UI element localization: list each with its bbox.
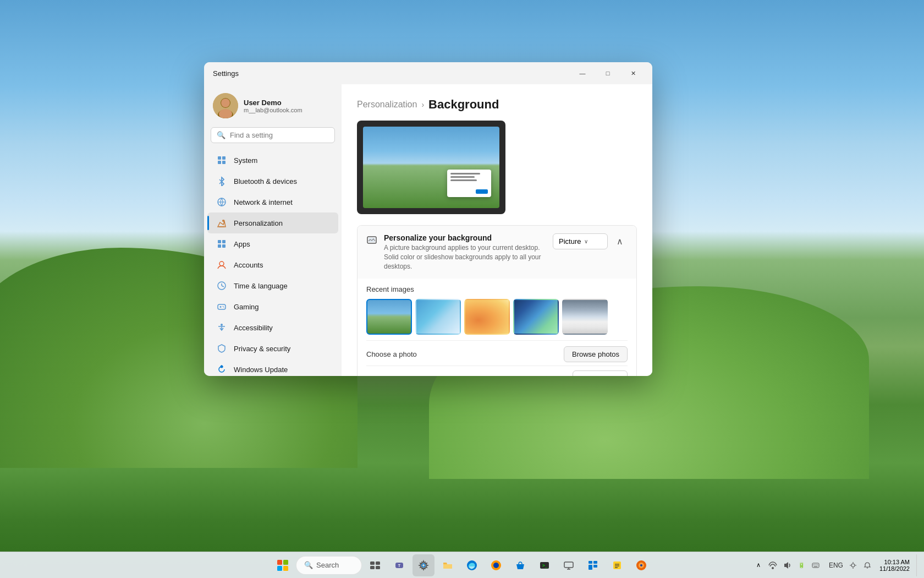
wallpaper-thumb-4[interactable] [513, 299, 559, 335]
section-header: Personalize your background A picture ba… [358, 226, 636, 279]
wallpaper-thumb-3[interactable] [464, 299, 510, 335]
desktop: Settings — □ ✕ [0, 0, 924, 578]
task-view-button[interactable] [364, 554, 386, 576]
language-indicator[interactable]: ENG [827, 561, 845, 569]
accounts-icon [216, 259, 227, 270]
wallpaper-thumb-5[interactable] [562, 299, 608, 335]
taskbar-right: ∧ 🔋 ENG [749, 554, 924, 576]
window-title: Settings [213, 69, 239, 78]
fit-label: Choose a fit for your desktop image [366, 374, 479, 376]
user-info: User Demo m__lab@outlook.com [244, 99, 333, 113]
minimize-button[interactable]: — [570, 64, 595, 82]
sidebar-item-network[interactable]: Network & internet [207, 192, 338, 212]
remote-button[interactable] [558, 554, 580, 576]
close-button[interactable]: ✕ [620, 64, 646, 82]
sidebar-search-box[interactable]: 🔍 [211, 127, 335, 143]
sidebar-search-input[interactable] [230, 131, 329, 139]
svg-rect-50 [588, 561, 592, 564]
sidebar-item-bluetooth[interactable]: Bluetooth & devices [207, 171, 338, 192]
breadcrumb-current: Background [428, 97, 499, 112]
brightness-icon[interactable] [846, 557, 860, 574]
fit-dropdown[interactable]: Fill ∨ [573, 370, 628, 376]
browse-photos-button[interactable]: Browse photos [564, 346, 628, 362]
section-icon [366, 235, 377, 246]
svg-rect-37 [370, 566, 375, 569]
breadcrumb-parent[interactable]: Personalization [357, 100, 417, 110]
sidebar-item-accounts[interactable]: Accounts [207, 254, 338, 275]
main-content: Personalization › Background [342, 84, 652, 376]
teams-button[interactable]: T [388, 554, 410, 576]
datetime[interactable]: 10:13 AM 11/18/2022 [875, 558, 914, 573]
svg-rect-15 [218, 244, 221, 248]
avatar [213, 93, 238, 118]
notes-button[interactable] [606, 554, 628, 576]
user-section[interactable]: User Demo m__lab@outlook.com [204, 89, 342, 127]
wallpaper-thumb-1[interactable] [366, 299, 412, 335]
search-icon: 🔍 [217, 131, 226, 139]
svg-rect-21 [218, 304, 226, 309]
sidebar-item-privacy[interactable]: Privacy & security [207, 338, 338, 359]
sidebar-label-accounts: Accounts [234, 261, 263, 269]
keyboard-tray-icon[interactable] [809, 557, 822, 574]
svg-point-3 [221, 99, 230, 107]
sidebar-item-system[interactable]: System [207, 150, 338, 171]
taskbar-search-icon: 🔍 [304, 561, 313, 569]
settings-taskbar-button[interactable] [413, 554, 435, 576]
privacy-icon [216, 343, 227, 354]
show-desktop-button[interactable] [916, 554, 920, 576]
store-button[interactable] [509, 554, 531, 576]
svg-point-26 [221, 324, 223, 326]
images-grid [366, 299, 628, 335]
terminal-button[interactable]: >_ [534, 554, 556, 576]
edge-button[interactable] [461, 554, 483, 576]
svg-point-11 [222, 220, 224, 222]
svg-rect-33 [277, 566, 282, 571]
svg-rect-32 [283, 560, 288, 565]
date-display: 11/18/2022 [879, 565, 910, 572]
notifications-icon[interactable] [861, 557, 874, 574]
maximize-button[interactable]: □ [595, 64, 620, 82]
sidebar-item-personalization[interactable]: Personalization [207, 212, 338, 233]
battery-tray-icon[interactable]: 🔋 [795, 557, 808, 574]
dropdown-chevron: ∨ [584, 238, 588, 244]
volume-tray-icon[interactable] [780, 557, 794, 574]
fit-value: Fill [579, 374, 588, 376]
widgets-button[interactable] [582, 554, 604, 576]
sidebar-item-update[interactable]: Windows Update [207, 359, 338, 376]
sidebar-item-gaming[interactable]: Gaming [207, 296, 338, 317]
sidebar-label-apps: Apps [234, 240, 250, 248]
sidebar-item-apps[interactable]: Apps [207, 233, 338, 254]
svg-rect-35 [370, 561, 375, 565]
sidebar-label-bluetooth: Bluetooth & devices [234, 177, 297, 186]
svg-rect-8 [222, 161, 226, 164]
section-desc: A picture background applies to your cur… [384, 243, 546, 271]
fox-button[interactable] [630, 554, 652, 576]
file-explorer-button[interactable] [437, 554, 459, 576]
svg-rect-7 [218, 161, 221, 164]
network-tray-icon[interactable] [766, 557, 779, 574]
choose-photo-label: Choose a photo [366, 350, 417, 358]
collapse-button[interactable]: ∧ [612, 234, 628, 249]
sidebar-item-accessibility[interactable]: Accessibility [207, 317, 338, 338]
time-display: 10:13 AM [884, 559, 910, 565]
background-type-dropdown[interactable]: Picture ∨ [553, 233, 608, 249]
tray-arrow[interactable]: ∧ [752, 557, 765, 574]
svg-point-24 [223, 306, 224, 307]
section-body: Recent images Choose a photo Browse phot… [358, 279, 636, 376]
svg-point-61 [772, 567, 774, 569]
browser-button[interactable] [485, 554, 507, 576]
personalize-section: Personalize your background A picture ba… [357, 225, 637, 376]
preview-dialog [447, 170, 491, 197]
wallpaper-thumb-2[interactable] [415, 299, 461, 335]
user-name: User Demo [244, 99, 333, 107]
taskbar-search[interactable]: 🔍 Search [296, 556, 362, 575]
windows-start-button[interactable] [272, 554, 294, 576]
svg-rect-51 [593, 561, 597, 564]
svg-rect-62 [812, 563, 819, 568]
sidebar-label-system: System [234, 156, 257, 165]
svg-rect-31 [277, 560, 282, 565]
sidebar-item-time[interactable]: Time & language [207, 275, 338, 296]
dropdown-value: Picture [559, 237, 581, 246]
apps-icon [216, 238, 227, 249]
svg-rect-54 [613, 561, 621, 569]
